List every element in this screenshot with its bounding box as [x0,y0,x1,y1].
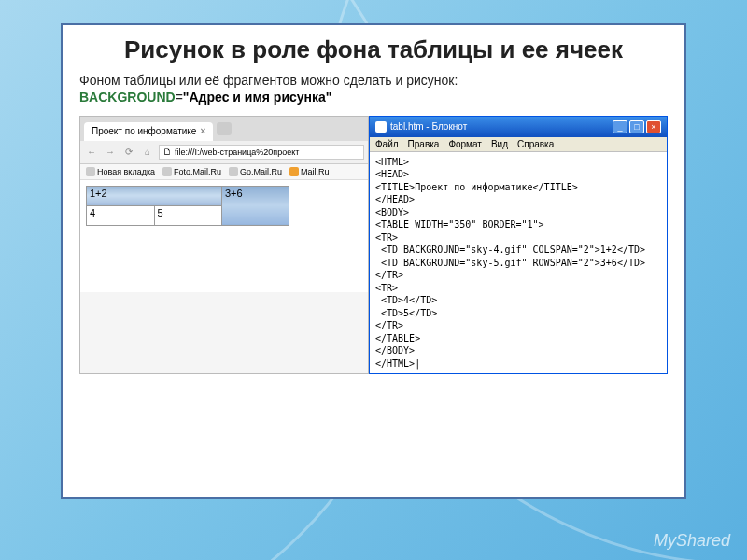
browser-content: 1+2 3+6 4 5 [80,180,368,292]
reload-button[interactable]: ⟳ [121,145,136,160]
minimize-button[interactable]: _ [613,120,627,133]
attr-eq: = [176,90,183,105]
forward-button[interactable]: → [103,145,118,160]
notepad-titlebar[interactable]: tabl.htm - Блокнот _ □ × [370,117,667,137]
notepad-menu: Файл Правка Формат Вид Справка [370,137,667,152]
new-tab-button[interactable] [217,122,232,135]
notepad-title: tabl.htm - Блокнот [390,121,467,132]
slide-title: Рисунок в роле фона таблицы и ее ячеек [79,36,668,63]
bookmark-icon [162,167,172,176]
notepad-body[interactable]: <HTML> <HEAD> <TITLE>Проект по информати… [370,152,667,374]
attr-value: "Адрес и имя рисунка" [183,90,332,105]
notepad-icon [375,121,387,133]
browser-tabbar: Проект по информатике × [80,117,368,141]
bookmark-new-tab[interactable]: Новая вкладка [86,167,155,176]
url-text: file:///I:/web-страница%20проект [175,147,299,157]
file-icon: 🗋 [163,147,172,157]
tab-title: Проект по информатике [92,126,196,136]
cell-1-2: 1+2 [87,186,222,205]
menu-help[interactable]: Справка [517,139,554,149]
close-icon[interactable]: × [200,126,205,136]
slide-description: Фоном таблицы или её фрагментов можно сд… [79,73,668,88]
bookmark-go[interactable]: Go.Mail.Ru [229,167,282,176]
home-button[interactable]: ⌂ [140,145,155,160]
browser-toolbar: ← → ⟳ ⌂ 🗋 file:///I:/web-страница%20прое… [80,141,368,164]
url-bar[interactable]: 🗋 file:///I:/web-страница%20проект [159,145,364,160]
menu-view[interactable]: Вид [491,139,508,149]
menu-format[interactable]: Формат [448,139,482,149]
bookmark-icon [86,167,95,176]
close-button[interactable]: × [646,120,661,133]
slide-panel: Рисунок в роле фона таблицы и ее ячеек Ф… [61,23,686,499]
bookmarks-bar: Новая вкладка Foto.Mail.Ru Go.Mail.Ru Ma… [80,164,368,180]
demo-table: 1+2 3+6 4 5 [86,186,289,226]
screenshots-row: Проект по информатике × ← → ⟳ ⌂ 🗋 file:/… [79,116,668,375]
watermark: MyShared [654,531,730,551]
notepad-window: tabl.htm - Блокнот _ □ × Файл Правка Фор… [369,116,668,375]
slide-code-sample: BACKGROUND="Адрес и имя рисунка" [79,90,668,105]
cell-5: 5 [154,205,222,225]
maximize-button[interactable]: □ [629,120,644,133]
bookmark-mail[interactable]: Mail.Ru [289,167,330,176]
attr-name: BACKGROUND [79,90,176,105]
browser-tab[interactable]: Проект по информатике × [84,122,213,141]
menu-edit[interactable]: Правка [408,139,440,149]
menu-file[interactable]: Файл [375,139,399,149]
back-button[interactable]: ← [84,145,99,160]
bookmark-foto[interactable]: Foto.Mail.Ru [162,167,221,176]
cell-3-6: 3+6 [222,186,289,225]
cell-4: 4 [87,205,155,225]
bookmark-icon [289,167,299,176]
browser-window: Проект по информатике × ← → ⟳ ⌂ 🗋 file:/… [79,116,369,375]
bookmark-icon [229,167,238,176]
